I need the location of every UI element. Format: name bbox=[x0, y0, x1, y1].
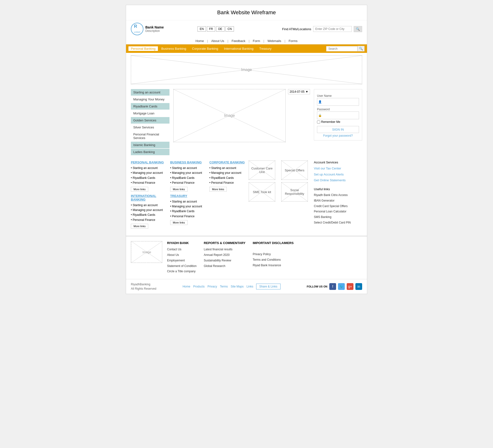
list-item: • RiyadBank Cards bbox=[170, 209, 207, 214]
nav-about[interactable]: About Us bbox=[211, 39, 224, 43]
twitter-icon[interactable]: 🐦 bbox=[338, 283, 345, 290]
sidebar-item-mortgage[interactable]: Mortgage Loan bbox=[131, 110, 169, 117]
about-us-link[interactable]: About Us bbox=[167, 252, 197, 258]
sidebar-item-financial[interactable]: Personal Financial Services bbox=[131, 131, 169, 141]
global-research-link[interactable]: Global Research bbox=[204, 263, 246, 269]
list-item: • RiyadBank Cards bbox=[209, 176, 246, 180]
list-item: • Managing your account bbox=[170, 204, 207, 209]
user-icon: 👤 bbox=[318, 100, 322, 103]
center-image-x bbox=[174, 89, 285, 142]
sustainability-link[interactable]: Sustainability Review bbox=[204, 258, 246, 263]
loan-calc-link[interactable]: Personal Loan Calculator bbox=[314, 209, 362, 214]
contact-us-link[interactable]: Contact Us bbox=[167, 247, 197, 252]
signin-button[interactable]: SIGN IN bbox=[317, 126, 359, 133]
search-box: 🔍 bbox=[326, 46, 365, 51]
facebook-icon[interactable]: f bbox=[329, 283, 336, 290]
footer-links[interactable]: Links bbox=[246, 285, 253, 288]
nav-home[interactable]: Home bbox=[196, 39, 204, 43]
international-more-links[interactable]: More links bbox=[131, 224, 148, 229]
nav-business-banking[interactable]: Business Banking bbox=[159, 46, 189, 51]
sidebar-item-managing[interactable]: Managing Your Money bbox=[131, 96, 169, 103]
sme-toolkit-box[interactable]: SME Took kit bbox=[249, 182, 275, 202]
nav-international-banking[interactable]: International Banking bbox=[222, 46, 256, 51]
bank-name: Bank Name bbox=[145, 25, 164, 29]
footer-terms[interactable]: Terms bbox=[220, 285, 228, 288]
business-banking-section: BUSINESS BANKING • Starting an account •… bbox=[170, 160, 207, 192]
sidebar-item-ladies[interactable]: Ladies Banking bbox=[131, 149, 169, 155]
sidebar-item-islamic[interactable]: Islamic Banking bbox=[131, 142, 169, 148]
nav-personal-banking[interactable]: Personal Banking bbox=[128, 46, 158, 51]
statement-link[interactable]: Statement of Condition bbox=[167, 263, 197, 269]
date-picker[interactable]: 2014-07-05 ▼ bbox=[288, 89, 310, 94]
annual-report-link[interactable]: Annual Report 2020 bbox=[204, 252, 246, 258]
footer-sitemaps[interactable]: Site Maps bbox=[231, 285, 244, 288]
employment-link[interactable]: Employement bbox=[167, 258, 197, 263]
treasury-more-links[interactable]: More links bbox=[170, 220, 188, 225]
terms-link[interactable]: Terms and Conditions bbox=[253, 257, 294, 263]
sidebar-item-silver[interactable]: Silver Services bbox=[131, 124, 169, 131]
googleplus-icon[interactable]: g+ bbox=[347, 283, 353, 290]
social-row: FOLLOW US ON f 🐦 g+ in bbox=[307, 283, 362, 290]
sms-banking-link[interactable]: SMS Banking bbox=[314, 214, 362, 220]
copyright-line1: RiyadhBanking bbox=[131, 283, 150, 286]
lang-fr[interactable]: FR bbox=[207, 26, 215, 32]
card-pin-link[interactable]: Select Credit/Debit Card PIN bbox=[314, 220, 362, 225]
footer-privacy[interactable]: Privacy bbox=[208, 285, 217, 288]
business-more-links[interactable]: More links bbox=[170, 187, 188, 192]
center-content: Image 2014-07-05 ▼ bbox=[173, 89, 310, 156]
nav-form[interactable]: Form bbox=[253, 39, 260, 43]
remember-checkbox[interactable] bbox=[317, 121, 320, 123]
username-input[interactable] bbox=[323, 99, 358, 104]
sidebar-item-golden[interactable]: Golden Services bbox=[131, 117, 169, 123]
nav-treasury[interactable]: Treasury bbox=[257, 46, 274, 51]
footer: Image RIYADH BANK Contact Us About Us Em… bbox=[126, 236, 367, 279]
credit-offers-link[interactable]: Credit Card Special Offers bbox=[314, 203, 362, 209]
username-label: User Name bbox=[317, 94, 359, 98]
international-banking-title: INTERNATIONAL BANKING bbox=[131, 194, 168, 201]
lang-de[interactable]: DE bbox=[216, 26, 224, 32]
iban-link[interactable]: IBAN Generator bbox=[314, 198, 362, 203]
sidebar-item-starting[interactable]: Starting an account bbox=[131, 89, 169, 96]
circle-title-link[interactable]: Circle a Title company bbox=[167, 269, 197, 274]
calendar-icon[interactable]: ▼ bbox=[305, 90, 308, 93]
linkedin-icon[interactable]: in bbox=[355, 283, 362, 290]
privacy-policy-link[interactable]: Privacy Policy bbox=[253, 252, 294, 257]
list-item: • Personal Finance bbox=[131, 180, 168, 185]
citrix-link[interactable]: Riyadh Bank Citrix Access bbox=[314, 192, 362, 198]
account-alerts-link[interactable]: Set up Account Alerts bbox=[314, 172, 362, 178]
search-button[interactable]: 🔍 bbox=[358, 46, 365, 51]
useful-links: Useful links Riyadh Bank Citrix Access I… bbox=[314, 187, 362, 225]
international-banking-list: • Starting an account • Managing your ac… bbox=[131, 203, 168, 223]
lock-icon: 🔒 bbox=[318, 114, 322, 117]
search-input[interactable] bbox=[326, 46, 358, 51]
footer-home[interactable]: Home bbox=[182, 285, 190, 288]
customer-care-box[interactable]: Customer Care Unit bbox=[249, 160, 275, 180]
list-item: • Managing your account bbox=[131, 170, 168, 175]
atm-search-button[interactable]: 🔍 bbox=[354, 26, 362, 32]
nav-corporate-banking[interactable]: Corporate Banking bbox=[190, 46, 220, 51]
password-input[interactable] bbox=[323, 112, 358, 118]
personal-banking-section: PERSONAL BANKING • Starting an account •… bbox=[131, 160, 168, 192]
nav-webmails[interactable]: Webmails bbox=[268, 39, 281, 43]
tax-center-link[interactable]: Visit our Tax Center bbox=[314, 166, 362, 172]
sidebar-item-cards[interactable]: Riyadbank Cards bbox=[131, 103, 169, 110]
list-item: • Managing your account bbox=[131, 208, 168, 213]
lang-en[interactable]: EN bbox=[198, 26, 206, 32]
personal-more-links[interactable]: More links bbox=[131, 187, 148, 192]
special-offers-box[interactable]: Special Offers bbox=[281, 160, 308, 180]
financial-results-link[interactable]: Latest financial results bbox=[204, 247, 246, 252]
nav-forms[interactable]: Forms bbox=[289, 39, 297, 43]
treasury-title: TREASURY bbox=[170, 194, 207, 198]
svg-text:Image: Image bbox=[142, 250, 151, 254]
social-responsibility-box[interactable]: Social Responsibility bbox=[281, 182, 308, 202]
corporate-more-links[interactable]: More links bbox=[209, 187, 227, 192]
atm-input[interactable] bbox=[313, 26, 352, 32]
footer-products[interactable]: Products bbox=[193, 285, 204, 288]
lang-cn[interactable]: CN bbox=[225, 26, 234, 32]
riyad-insurance-link[interactable]: Riyad Bank Insurance bbox=[253, 263, 294, 268]
forgot-password-link[interactable]: Forgot your password? bbox=[317, 134, 359, 137]
nav-feedback[interactable]: Feedback bbox=[232, 39, 245, 43]
remember-row: Remember Me bbox=[317, 120, 359, 123]
online-statements-link[interactable]: Get Online Statements bbox=[314, 177, 362, 183]
share-links-button[interactable]: Share & Links bbox=[256, 284, 280, 289]
